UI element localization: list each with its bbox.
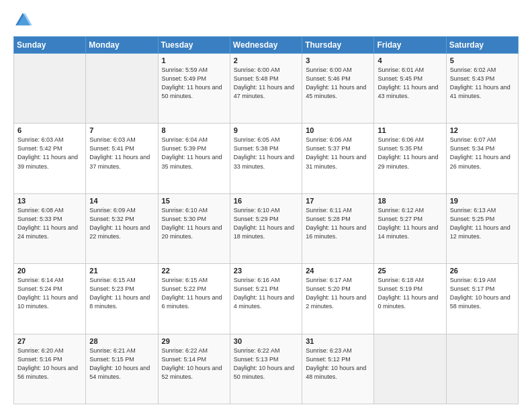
calendar-cell: 12Sunrise: 6:07 AM Sunset: 5:34 PM Dayli… xyxy=(446,124,518,193)
day-number: 6 xyxy=(17,126,82,134)
day-info: Sunrise: 6:22 AM Sunset: 5:13 PM Dayligh… xyxy=(234,347,298,381)
day-info: Sunrise: 6:01 AM Sunset: 5:45 PM Dayligh… xyxy=(378,66,442,101)
day-info: Sunrise: 6:21 AM Sunset: 5:15 PM Dayligh… xyxy=(89,347,154,381)
day-number: 7 xyxy=(89,126,154,134)
day-info: Sunrise: 6:13 AM Sunset: 5:25 PM Dayligh… xyxy=(450,206,515,241)
day-info: Sunrise: 6:03 AM Sunset: 5:41 PM Dayligh… xyxy=(89,136,154,171)
day-number: 15 xyxy=(162,197,226,205)
day-info: Sunrise: 6:09 AM Sunset: 5:32 PM Dayligh… xyxy=(89,206,154,241)
day-number: 19 xyxy=(450,197,515,205)
day-info: Sunrise: 6:03 AM Sunset: 5:42 PM Dayligh… xyxy=(17,136,82,171)
header-row: SundayMondayTuesdayWednesdayThursdayFrid… xyxy=(14,37,519,54)
weekday-header: Wednesday xyxy=(230,37,302,54)
day-info: Sunrise: 6:00 AM Sunset: 5:46 PM Dayligh… xyxy=(306,66,370,101)
day-number: 24 xyxy=(306,267,370,275)
calendar-cell: 28Sunrise: 6:21 AM Sunset: 5:15 PM Dayli… xyxy=(86,334,158,404)
day-info: Sunrise: 6:23 AM Sunset: 5:12 PM Dayligh… xyxy=(306,347,370,381)
day-info: Sunrise: 6:02 AM Sunset: 5:43 PM Dayligh… xyxy=(450,66,515,101)
calendar-cell: 1Sunrise: 5:59 AM Sunset: 5:49 PM Daylig… xyxy=(158,54,230,124)
day-number: 3 xyxy=(306,56,370,64)
day-number: 21 xyxy=(89,267,154,275)
day-info: Sunrise: 6:10 AM Sunset: 5:29 PM Dayligh… xyxy=(234,206,298,241)
calendar-week: 27Sunrise: 6:20 AM Sunset: 5:16 PM Dayli… xyxy=(14,334,519,404)
day-number: 16 xyxy=(234,197,298,205)
calendar-body: 1Sunrise: 5:59 AM Sunset: 5:49 PM Daylig… xyxy=(14,54,519,404)
day-number: 13 xyxy=(17,197,82,205)
day-number: 22 xyxy=(162,267,226,275)
day-info: Sunrise: 6:00 AM Sunset: 5:48 PM Dayligh… xyxy=(234,66,298,101)
day-number: 20 xyxy=(17,267,82,275)
day-info: Sunrise: 6:17 AM Sunset: 5:20 PM Dayligh… xyxy=(306,276,370,311)
day-number: 31 xyxy=(306,337,370,345)
calendar-cell xyxy=(374,334,446,404)
weekday-header: Saturday xyxy=(446,37,518,54)
day-info: Sunrise: 6:10 AM Sunset: 5:30 PM Dayligh… xyxy=(162,206,226,241)
day-number: 10 xyxy=(306,126,370,134)
page: SundayMondayTuesdayWednesdayThursdayFrid… xyxy=(0,0,532,411)
calendar-cell: 18Sunrise: 6:12 AM Sunset: 5:27 PM Dayli… xyxy=(374,193,446,263)
calendar-cell: 19Sunrise: 6:13 AM Sunset: 5:25 PM Dayli… xyxy=(446,193,518,263)
calendar-cell: 16Sunrise: 6:10 AM Sunset: 5:29 PM Dayli… xyxy=(230,193,302,263)
calendar-cell xyxy=(446,334,518,404)
day-info: Sunrise: 6:04 AM Sunset: 5:39 PM Dayligh… xyxy=(162,136,226,171)
day-info: Sunrise: 6:12 AM Sunset: 5:27 PM Dayligh… xyxy=(378,206,442,241)
day-number: 5 xyxy=(450,56,515,64)
calendar-cell: 17Sunrise: 6:11 AM Sunset: 5:28 PM Dayli… xyxy=(302,193,374,263)
day-info: Sunrise: 6:11 AM Sunset: 5:28 PM Dayligh… xyxy=(306,206,370,241)
day-info: Sunrise: 6:06 AM Sunset: 5:37 PM Dayligh… xyxy=(306,136,370,171)
calendar-week: 13Sunrise: 6:08 AM Sunset: 5:33 PM Dayli… xyxy=(14,193,519,263)
day-number: 18 xyxy=(378,197,442,205)
day-number: 30 xyxy=(234,337,298,345)
calendar-cell xyxy=(86,54,158,124)
calendar-cell: 2Sunrise: 6:00 AM Sunset: 5:48 PM Daylig… xyxy=(230,54,302,124)
calendar-cell: 3Sunrise: 6:00 AM Sunset: 5:46 PM Daylig… xyxy=(302,54,374,124)
calendar-cell: 15Sunrise: 6:10 AM Sunset: 5:30 PM Dayli… xyxy=(158,193,230,263)
calendar-cell: 8Sunrise: 6:04 AM Sunset: 5:39 PM Daylig… xyxy=(158,124,230,193)
calendar-cell: 21Sunrise: 6:15 AM Sunset: 5:23 PM Dayli… xyxy=(86,264,158,334)
day-info: Sunrise: 6:20 AM Sunset: 5:16 PM Dayligh… xyxy=(17,347,82,381)
calendar-cell: 27Sunrise: 6:20 AM Sunset: 5:16 PM Dayli… xyxy=(14,334,86,404)
logo-icon xyxy=(13,11,32,30)
day-info: Sunrise: 6:15 AM Sunset: 5:23 PM Dayligh… xyxy=(89,276,154,311)
calendar-week: 6Sunrise: 6:03 AM Sunset: 5:42 PM Daylig… xyxy=(14,124,519,193)
day-number: 2 xyxy=(234,56,298,64)
day-info: Sunrise: 5:59 AM Sunset: 5:49 PM Dayligh… xyxy=(162,66,226,101)
day-number: 9 xyxy=(234,126,298,134)
day-number: 12 xyxy=(450,126,515,134)
day-info: Sunrise: 6:15 AM Sunset: 5:22 PM Dayligh… xyxy=(162,276,226,311)
calendar-cell: 11Sunrise: 6:06 AM Sunset: 5:35 PM Dayli… xyxy=(374,124,446,193)
header xyxy=(13,11,519,30)
calendar-cell: 26Sunrise: 6:19 AM Sunset: 5:17 PM Dayli… xyxy=(446,264,518,334)
day-number: 4 xyxy=(378,56,442,64)
weekday-header: Tuesday xyxy=(158,37,230,54)
day-info: Sunrise: 6:22 AM Sunset: 5:14 PM Dayligh… xyxy=(162,347,226,381)
calendar-cell: 31Sunrise: 6:23 AM Sunset: 5:12 PM Dayli… xyxy=(302,334,374,404)
calendar-cell: 22Sunrise: 6:15 AM Sunset: 5:22 PM Dayli… xyxy=(158,264,230,334)
calendar-cell: 7Sunrise: 6:03 AM Sunset: 5:41 PM Daylig… xyxy=(86,124,158,193)
calendar-cell: 25Sunrise: 6:18 AM Sunset: 5:19 PM Dayli… xyxy=(374,264,446,334)
calendar-cell: 4Sunrise: 6:01 AM Sunset: 5:45 PM Daylig… xyxy=(374,54,446,124)
day-number: 23 xyxy=(234,267,298,275)
weekday-header: Thursday xyxy=(302,37,374,54)
day-number: 8 xyxy=(162,126,226,134)
day-info: Sunrise: 6:06 AM Sunset: 5:35 PM Dayligh… xyxy=(378,136,442,171)
calendar-cell: 5Sunrise: 6:02 AM Sunset: 5:43 PM Daylig… xyxy=(446,54,518,124)
calendar-cell xyxy=(14,54,86,124)
calendar-header: SundayMondayTuesdayWednesdayThursdayFrid… xyxy=(14,37,519,54)
day-number: 11 xyxy=(378,126,442,134)
day-info: Sunrise: 6:16 AM Sunset: 5:21 PM Dayligh… xyxy=(234,276,298,311)
day-number: 25 xyxy=(378,267,442,275)
day-number: 26 xyxy=(450,267,515,275)
calendar-cell: 13Sunrise: 6:08 AM Sunset: 5:33 PM Dayli… xyxy=(14,193,86,263)
calendar-cell: 10Sunrise: 6:06 AM Sunset: 5:37 PM Dayli… xyxy=(302,124,374,193)
calendar-cell: 24Sunrise: 6:17 AM Sunset: 5:20 PM Dayli… xyxy=(302,264,374,334)
day-number: 1 xyxy=(162,56,226,64)
calendar-cell: 30Sunrise: 6:22 AM Sunset: 5:13 PM Dayli… xyxy=(230,334,302,404)
calendar-week: 1Sunrise: 5:59 AM Sunset: 5:49 PM Daylig… xyxy=(14,54,519,124)
day-info: Sunrise: 6:08 AM Sunset: 5:33 PM Dayligh… xyxy=(17,206,82,241)
day-number: 17 xyxy=(306,197,370,205)
day-number: 29 xyxy=(162,337,226,345)
weekday-header: Monday xyxy=(86,37,158,54)
day-number: 28 xyxy=(89,337,154,345)
calendar-cell: 23Sunrise: 6:16 AM Sunset: 5:21 PM Dayli… xyxy=(230,264,302,334)
